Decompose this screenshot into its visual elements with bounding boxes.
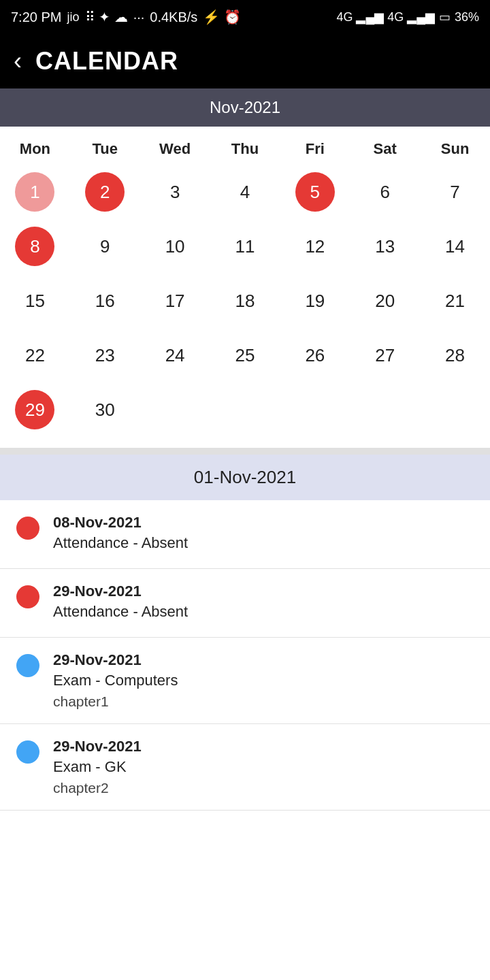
cal-day-25[interactable]: 25 [225,336,265,375]
cal-cell[interactable]: 28 [420,331,490,380]
event-item[interactable]: 29-Nov-2021Attendance - Absent [0,569,490,638]
event-content: 29-Nov-2021Attendance - Absent [53,583,474,623]
event-content: 29-Nov-2021Exam - GKchapter2 [53,738,474,796]
cal-cell[interactable]: 10 [140,222,210,271]
cal-cell[interactable]: 2 [70,167,140,216]
cal-day-1[interactable]: 1 [15,172,54,212]
cal-day-8[interactable]: 8 [15,227,54,266]
events-section: 01-Nov-2021 08-Nov-2021Attendance - Abse… [0,455,490,811]
cal-cell[interactable]: 9 [70,222,140,271]
signal-icons: ⠿ ✦ ☁ [85,9,128,25]
cal-day-10[interactable]: 10 [155,227,195,266]
calendar-section: MonTueWedThuFriSatSun 123456789101112131… [0,127,490,448]
event-dot [16,517,39,540]
day-header-mon: Mon [0,140,70,158]
cal-day-17[interactable]: 17 [155,281,195,321]
cal-cell[interactable]: 1 [0,167,70,216]
cal-cell[interactable]: 30 [70,385,140,434]
cal-day-7[interactable]: 7 [436,172,475,212]
cal-cell[interactable]: 26 [280,331,350,380]
month-label[interactable]: Nov-2021 [0,88,490,127]
cal-day-15[interactable]: 15 [15,281,54,321]
cal-cell[interactable]: 6 [350,167,420,216]
bt-icon: ⚡ ⏰ [203,9,241,25]
event-description: Exam - GK [53,758,474,776]
event-item[interactable]: 29-Nov-2021Exam - GKchapter2 [0,724,490,811]
day-header-sun: Sun [420,140,490,158]
cal-cell[interactable]: 29 [0,385,70,434]
cal-cell[interactable]: 11 [210,222,280,271]
jio-icon: jio [67,10,79,24]
day-header-fri: Fri [280,140,350,158]
cal-day-21[interactable]: 21 [436,281,475,321]
status-right: 4G ▂▄▆ 4G ▂▄▆ ▭ 36% [336,10,479,24]
day-header-thu: Thu [210,140,280,158]
cal-cell[interactable]: 23 [70,331,140,380]
event-date: 29-Nov-2021 [53,738,474,755]
event-content: 29-Nov-2021Exam - Computerschapter1 [53,651,474,710]
network-speed: 0.4KB/s [150,10,197,25]
cal-cell[interactable]: 12 [280,222,350,271]
cal-day-22[interactable]: 22 [15,336,54,375]
cal-day-11[interactable]: 11 [225,227,265,266]
cal-day-4[interactable]: 4 [225,172,265,212]
cal-day-24[interactable]: 24 [155,336,195,375]
app-header: ‹ CALENDAR [0,34,490,88]
event-item[interactable]: 08-Nov-2021Attendance - Absent [0,500,490,569]
event-description: Exam - Computers [53,672,474,689]
cal-day-26[interactable]: 26 [295,336,335,375]
event-description: Attendance - Absent [53,603,474,621]
cal-cell[interactable]: 21 [420,276,490,325]
cal-day-6[interactable]: 6 [365,172,405,212]
cal-day-18[interactable]: 18 [225,281,265,321]
cal-day-28[interactable]: 28 [436,336,475,375]
cal-day-2[interactable]: 2 [85,172,125,212]
cal-cell[interactable]: 17 [140,276,210,325]
cal-cell[interactable]: 22 [0,331,70,380]
cal-cell[interactable]: 19 [280,276,350,325]
status-time: 7:20 PM [11,10,61,25]
cal-day-13[interactable]: 13 [365,227,405,266]
cal-cell[interactable]: 14 [420,222,490,271]
cal-day-12[interactable]: 12 [295,227,335,266]
cal-cell[interactable]: 13 [350,222,420,271]
cal-cell[interactable]: 15 [0,276,70,325]
status-left: 7:20 PM jio ⠿ ✦ ☁ ··· 0.4KB/s ⚡ ⏰ [11,9,241,25]
cal-day-19[interactable]: 19 [295,281,335,321]
cal-cell[interactable]: 25 [210,331,280,380]
event-description: Attendance - Absent [53,534,474,552]
cal-day-23[interactable]: 23 [85,336,125,375]
cal-day-16[interactable]: 16 [85,281,125,321]
cal-day-20[interactable]: 20 [365,281,405,321]
event-dot [16,740,39,764]
event-dot [16,585,39,608]
cal-cell[interactable]: 20 [350,276,420,325]
cal-day-27[interactable]: 27 [365,336,405,375]
calendar-grid: 1234567891011121314151617181920212223242… [0,167,490,434]
cal-day-30[interactable]: 30 [85,390,125,429]
cal-cell[interactable]: 18 [210,276,280,325]
cal-day-9[interactable]: 9 [85,227,125,266]
page-title: CALENDAR [35,47,178,76]
cal-cell[interactable]: 27 [350,331,420,380]
event-item[interactable]: 29-Nov-2021Exam - Computerschapter1 [0,638,490,724]
cal-cell[interactable]: 24 [140,331,210,380]
event-date: 29-Nov-2021 [53,583,474,600]
section-divider [0,448,490,455]
cal-day-29[interactable]: 29 [15,390,54,429]
cal-cell [280,385,350,434]
cal-cell[interactable]: 16 [70,276,140,325]
cal-cell[interactable]: 8 [0,222,70,271]
event-content: 08-Nov-2021Attendance - Absent [53,514,474,555]
day-header-wed: Wed [140,140,210,158]
cal-day-3[interactable]: 3 [155,172,195,212]
cal-cell[interactable]: 7 [420,167,490,216]
cal-day-14[interactable]: 14 [436,227,475,266]
cal-cell[interactable]: 4 [210,167,280,216]
cal-day-5[interactable]: 5 [295,172,335,212]
back-button[interactable]: ‹ [14,49,22,74]
dots-icon: ··· [133,10,145,25]
cal-cell[interactable]: 5 [280,167,350,216]
cal-cell[interactable]: 3 [140,167,210,216]
day-header-tue: Tue [70,140,140,158]
